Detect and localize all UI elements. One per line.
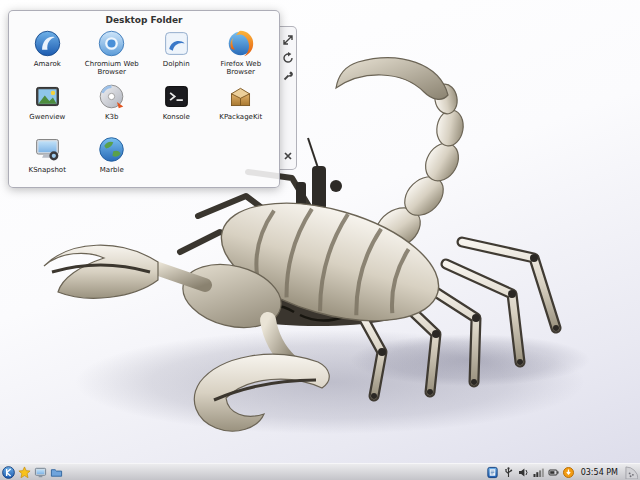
updates-icon[interactable] xyxy=(563,467,574,478)
desktop-icon-kpackagekit[interactable]: KPackageKit xyxy=(209,82,274,130)
icon-label: Gwenview xyxy=(29,113,65,121)
desktop-icon-gwenview[interactable]: Gwenview xyxy=(15,82,80,130)
dolphin-icon xyxy=(162,29,191,58)
gwenview-icon xyxy=(33,82,62,111)
firefox-icon xyxy=(226,29,255,58)
desktop-icon-marble[interactable]: Marble xyxy=(80,135,145,183)
ksnapshot-icon xyxy=(33,135,62,164)
bookmarks-icon[interactable] xyxy=(18,466,31,479)
icon-label: Amarok xyxy=(34,60,61,68)
folder-view-grid: Amarok Chromium Web Browser Dolphin xyxy=(9,25,279,183)
show-desktop-icon[interactable] xyxy=(34,466,47,479)
amarok-icon xyxy=(33,29,62,58)
device-notifier-icon[interactable] xyxy=(503,467,514,478)
desktop-icon-chromium[interactable]: Chromium Web Browser xyxy=(80,29,145,77)
panel-cashew-icon[interactable] xyxy=(625,466,638,479)
kickoff-menu-icon[interactable] xyxy=(2,466,15,479)
desktop-icon-ksnapshot[interactable]: KSnapshot xyxy=(15,135,80,183)
desktop-icon-k3b[interactable]: K3b xyxy=(80,82,145,130)
battery-icon[interactable] xyxy=(548,467,559,478)
icon-label: Konsole xyxy=(163,113,190,121)
klipper-icon[interactable] xyxy=(486,466,499,479)
icon-label: K3b xyxy=(105,113,119,121)
volume-icon[interactable] xyxy=(518,467,529,478)
desktop-icon-firefox[interactable]: Firefox Web Browser xyxy=(209,29,274,77)
panel-clock[interactable]: 03:54 PM xyxy=(578,468,621,477)
taskbar-panel: 03:54 PM xyxy=(0,463,640,480)
icon-label: Chromium Web Browser xyxy=(83,60,141,77)
icon-label: KSnapshot xyxy=(29,166,66,174)
panel-launchers xyxy=(0,466,63,479)
configure-icon[interactable] xyxy=(282,70,294,82)
desktop-icon-konsole[interactable]: Konsole xyxy=(144,82,209,130)
desktop-icon-dolphin[interactable]: Dolphin xyxy=(144,29,209,77)
icon-label: Marble xyxy=(100,166,124,174)
widget-handle xyxy=(279,26,297,170)
desktop-icon-amarok[interactable]: Amarok xyxy=(15,29,80,77)
folder-icon[interactable] xyxy=(50,466,63,479)
close-icon[interactable] xyxy=(282,150,294,162)
icon-label: Dolphin xyxy=(163,60,190,68)
marble-icon xyxy=(97,135,126,164)
icon-label: KPackageKit xyxy=(219,113,262,121)
rotate-icon[interactable] xyxy=(282,52,294,64)
kpackagekit-icon xyxy=(226,82,255,111)
folder-view-widget: Desktop Folder Amarok Chromium Web Brows… xyxy=(8,10,280,188)
system-tray: 03:54 PM xyxy=(486,466,640,479)
konsole-icon xyxy=(162,82,191,111)
icon-label: Firefox Web Browser xyxy=(212,60,270,77)
network-icon[interactable] xyxy=(533,467,544,478)
desktop: Desktop Folder Amarok Chromium Web Brows… xyxy=(0,0,640,480)
chromium-icon xyxy=(97,29,126,58)
resize-icon[interactable] xyxy=(282,34,294,46)
folder-view-title: Desktop Folder xyxy=(9,11,279,25)
k3b-icon xyxy=(97,82,126,111)
